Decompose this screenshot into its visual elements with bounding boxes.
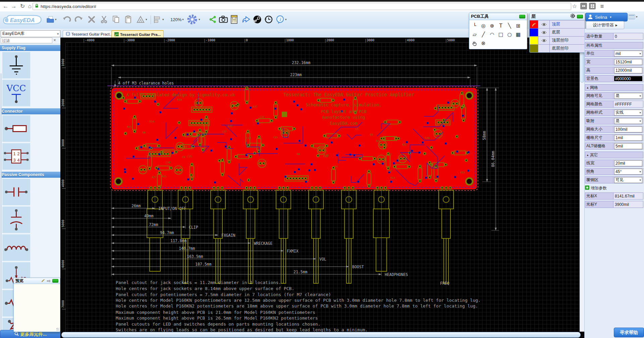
- tool-circle[interactable]: ○: [505, 31, 514, 39]
- snapshot-camera-icon[interactable]: [219, 14, 228, 25]
- bookmark-star-icon[interactable]: ☆: [571, 3, 578, 10]
- color-swatch[interactable]: #000000: [614, 76, 642, 81]
- filter-input[interactable]: [1, 38, 52, 43]
- minimize-button[interactable]: [577, 15, 583, 18]
- layer-color-swatch[interactable]: [530, 37, 538, 44]
- steam-icon[interactable]: [253, 14, 262, 25]
- minimize-button[interactable]: [519, 15, 525, 18]
- layer-row[interactable]: 顶层丝印: [530, 36, 585, 44]
- align-button[interactable]: ▾: [154, 14, 164, 25]
- component-gnd[interactable]: [2, 52, 30, 78]
- component-inductor[interactable]: [2, 234, 30, 261]
- tool-track[interactable]: └: [470, 22, 479, 30]
- tool-arc[interactable]: ◠: [488, 31, 496, 39]
- layer-settings-gear-icon[interactable]: [570, 13, 575, 19]
- browser-back-button[interactable]: ←: [2, 3, 9, 10]
- component-connector-2pin[interactable]: [2, 115, 30, 142]
- history-clock-icon[interactable]: [264, 14, 273, 25]
- tool-group[interactable]: ▦: [514, 31, 523, 39]
- edit-pencil-icon[interactable]: [41, 278, 45, 284]
- layer-row[interactable]: 底层: [530, 28, 585, 36]
- property-select[interactable]: 45°▾: [614, 169, 642, 175]
- pcb-photo-view-icon[interactable]: [230, 14, 238, 25]
- layer-visibility-eye-icon[interactable]: [538, 20, 550, 28]
- drafting-tools-button[interactable]: ▾: [136, 14, 147, 25]
- user-account-button[interactable]: Selina▾: [585, 13, 628, 21]
- component-capacitor-polarized[interactable]: [2, 207, 30, 233]
- property-select[interactable]: 实线▾: [614, 110, 642, 116]
- browser-reload-button[interactable]: ↻: [19, 3, 26, 10]
- browser-apps-icon[interactable]: [589, 3, 596, 9]
- tool-hole[interactable]: ⊗: [479, 39, 488, 47]
- undo-icon[interactable]: [62, 14, 71, 25]
- delete-icon[interactable]: [88, 14, 95, 25]
- minimize-button[interactable]: [52, 279, 58, 283]
- panel-view-button[interactable]: ▾: [628, 13, 638, 20]
- section-header[interactable]: Passive Components: [0, 172, 60, 178]
- help-button[interactable]: 寻求帮助: [614, 328, 644, 337]
- component-capacitor[interactable]: [2, 179, 30, 205]
- library-select[interactable]: EasyEDA库▾: [1, 30, 60, 37]
- property-label: 栅格尺寸: [585, 134, 613, 141]
- layer-row[interactable]: 顶层: [530, 20, 585, 28]
- tool-copper-area[interactable]: ▱: [470, 31, 479, 39]
- property-input[interactable]: 15120mil: [614, 59, 642, 65]
- tool-via[interactable]: ⊕: [488, 22, 496, 30]
- share-icon[interactable]: [209, 14, 217, 25]
- resize-handle[interactable]: [56, 328, 59, 331]
- section-header[interactable]: Connector: [0, 108, 60, 114]
- zoom-select[interactable]: 120%▾: [170, 14, 184, 25]
- layer-visibility-eye-icon[interactable]: [538, 37, 550, 44]
- easyeda-logo[interactable]: EasyEDA: [2, 14, 43, 28]
- property-section-header[interactable]: ▲其它: [585, 152, 643, 158]
- property-input[interactable]: 1mil: [614, 135, 642, 141]
- tool-line[interactable]: ╲: [505, 22, 514, 30]
- place-arrow-icon[interactable]: ⇨: [47, 278, 51, 283]
- property-section-header[interactable]: 画布属性: [585, 42, 643, 49]
- pcb-canvas[interactable]: R37R36R5R4C25C26C27R14R15R18R13C9C13R21R…: [60, 38, 584, 338]
- property-select[interactable]: mil▾: [614, 51, 642, 57]
- close-icon[interactable]: ×: [52, 38, 57, 43]
- property-input[interactable]: 100mil: [614, 126, 642, 132]
- layer-visibility-eye-icon[interactable]: [538, 45, 550, 52]
- property-input[interactable]: 5mil: [614, 143, 642, 149]
- address-bar[interactable]: https://easyeda.com/editor#: [33, 3, 571, 10]
- component-header-2x2[interactable]: 1234: [2, 143, 30, 170]
- tool-drag[interactable]: [470, 39, 479, 47]
- copy-icon[interactable]: [112, 14, 120, 25]
- settings-gear-button[interactable]: ▾: [186, 14, 200, 25]
- browser-forward-button[interactable]: →: [10, 3, 17, 10]
- component-vcc[interactable]: VCC: [2, 80, 30, 106]
- paste-icon[interactable]: [124, 14, 132, 25]
- layer-visibility-eye-icon[interactable]: [538, 29, 550, 36]
- layer-color-swatch[interactable]: [530, 29, 538, 36]
- tool-text[interactable]: T: [496, 22, 505, 30]
- property-select[interactable]: 是▾: [614, 118, 642, 124]
- layer-row[interactable]: 底层丝印: [530, 44, 585, 52]
- property-input[interactable]: 12000mil: [614, 67, 642, 73]
- tool-pad[interactable]: ◎: [479, 22, 488, 30]
- cut-icon[interactable]: [100, 14, 108, 25]
- open-document-button[interactable]: ▾: [46, 14, 57, 25]
- tool-rect[interactable]: □: [496, 31, 505, 39]
- layer-color-swatch[interactable]: [530, 20, 538, 28]
- browser-extension-icon[interactable]: [580, 3, 587, 9]
- sidebar-scrollbar[interactable]: [0, 73, 2, 338]
- property-select[interactable]: 可见▾: [614, 177, 642, 183]
- tab-pcb[interactable]: Tesseract Guitar Pra...: [111, 30, 164, 38]
- tool-dimension[interactable]: ⊞: [514, 22, 523, 30]
- property-input[interactable]: 20mil: [614, 160, 642, 166]
- section-header[interactable]: Supply Flag: [0, 45, 60, 51]
- export-share-icon[interactable]: [241, 14, 250, 25]
- tab-schematic[interactable]: Tesseract Guitar Pract...: [63, 30, 116, 38]
- info-button[interactable]: i▾: [276, 14, 287, 25]
- canvas-horizontal-scrollbar[interactable]: [61, 332, 581, 338]
- design-manager-button[interactable]: 设计管理器▶: [586, 21, 624, 29]
- add-parameter-button[interactable]: 增加参数: [585, 185, 643, 191]
- layer-color-swatch[interactable]: [530, 45, 538, 52]
- property-select[interactable]: 是▾: [614, 93, 642, 99]
- tool-measure[interactable]: ╱: [479, 31, 488, 39]
- redo-icon[interactable]: [74, 14, 83, 25]
- property-section-header[interactable]: ▲网格: [585, 84, 643, 91]
- browser-menu-icon[interactable]: ≡: [598, 3, 606, 10]
